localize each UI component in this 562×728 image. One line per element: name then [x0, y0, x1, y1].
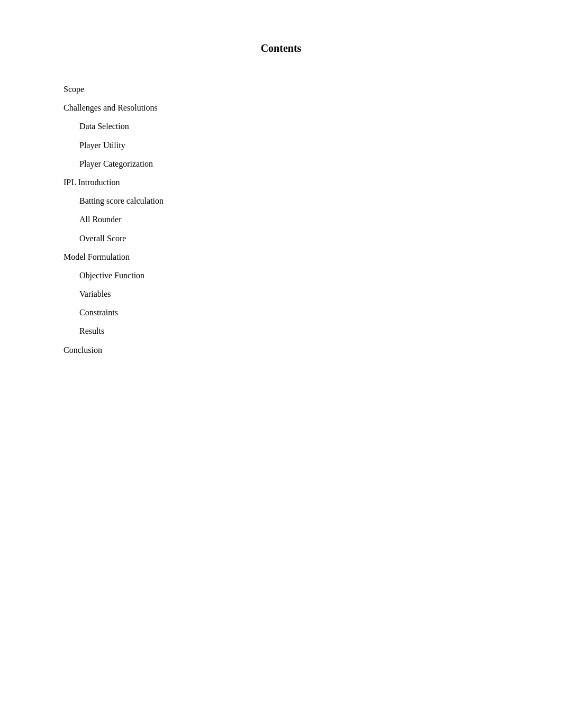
- toc-item[interactable]: Model Formulation: [64, 248, 498, 266]
- toc-item[interactable]: Results: [79, 322, 498, 340]
- toc-item[interactable]: IPL Introduction: [64, 173, 498, 192]
- toc-item[interactable]: Objective Function: [79, 266, 498, 285]
- page: Contents ScopeChallenges and Resolutions…: [0, 0, 562, 728]
- toc-item[interactable]: Player Utility: [79, 136, 498, 154]
- toc-item[interactable]: Scope: [64, 80, 498, 98]
- toc-item[interactable]: Conclusion: [64, 341, 498, 359]
- toc-item[interactable]: All Rounder: [79, 210, 498, 229]
- toc-item[interactable]: Overall Score: [79, 229, 498, 248]
- toc-item[interactable]: Player Categorization: [79, 154, 498, 173]
- toc-item[interactable]: Data Selection: [79, 117, 498, 135]
- toc-list: ScopeChallenges and ResolutionsData Sele…: [64, 80, 498, 359]
- toc-item[interactable]: Variables: [79, 285, 498, 303]
- toc-item[interactable]: Constraints: [79, 303, 498, 322]
- page-title: Contents: [64, 42, 498, 54]
- toc-item[interactable]: Batting score calculation: [79, 192, 498, 210]
- toc-item[interactable]: Challenges and Resolutions: [64, 98, 498, 117]
